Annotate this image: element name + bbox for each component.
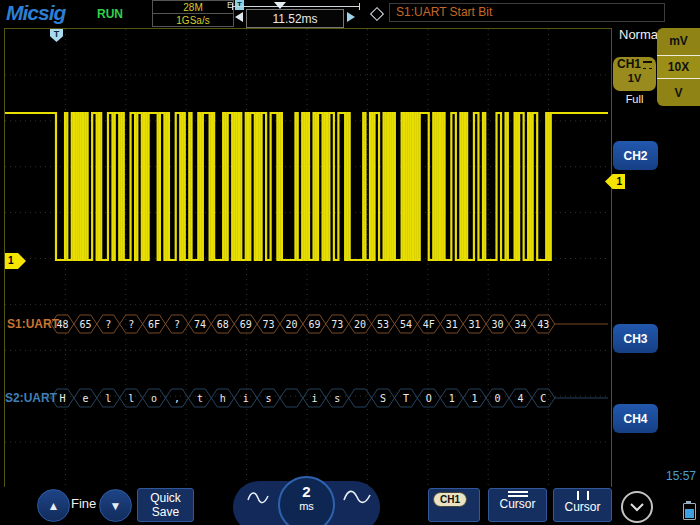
decode-value: l — [128, 393, 134, 404]
decode-value: 65 — [79, 319, 91, 330]
ch3-button[interactable]: CH3 — [613, 324, 658, 353]
decode-value: 69 — [308, 319, 320, 330]
decode-value: , — [174, 393, 180, 404]
decode-value: s — [266, 393, 272, 404]
decode-value: ? — [105, 319, 111, 330]
decode-value: 73 — [263, 319, 275, 330]
oscilloscope-screen: Micsig RUN 28M 1GSa/s E T 11.52ms S1:UAR… — [0, 0, 700, 525]
acquisition-mode-label: Normal — [619, 27, 661, 42]
s1-decode-label[interactable]: S1:UART — [7, 317, 59, 331]
decode-value: ? — [128, 319, 134, 330]
down-triangle-icon: ▼ — [110, 499, 122, 513]
decode-value: 31 — [446, 319, 458, 330]
trigger-diamond-icon — [370, 7, 384, 21]
fine-up-button[interactable]: ▲ — [37, 489, 70, 522]
decode-value: l — [105, 393, 111, 404]
decode-value: 43 — [537, 319, 549, 330]
decode-value: 53 — [377, 319, 389, 330]
decode-value: 34 — [514, 319, 526, 330]
ch1-bandwidth-label: Full — [613, 93, 656, 105]
bottom-toolbar: ▲ Fine ▼ Quick Save CH1 Cursor Cursor — [0, 487, 700, 525]
decode-frame — [280, 389, 303, 407]
channel-select-label: CH1 — [433, 492, 467, 507]
time-offset-left-arrow-icon[interactable] — [235, 12, 243, 22]
scale-unit-v[interactable]: V — [657, 79, 700, 106]
ch2-button[interactable]: CH2 — [613, 141, 658, 170]
run-status[interactable]: RUN — [97, 7, 123, 21]
decode-value: e — [82, 393, 88, 404]
decode-frame — [349, 389, 372, 407]
decode-value: 0 — [494, 393, 500, 404]
timebase-value: 2 — [302, 484, 310, 500]
timebase-knob[interactable]: 2 ms — [278, 476, 335, 525]
micsig-logo: Micsig — [6, 1, 65, 25]
decode-value: s — [334, 393, 340, 404]
decode-value: S — [380, 393, 386, 404]
ch1-label: CH1 — [617, 57, 641, 72]
battery-icon — [683, 503, 696, 520]
decode-value: 1 — [449, 393, 455, 404]
channel-select-button[interactable]: CH1 — [428, 488, 480, 522]
decode-value: T — [403, 393, 409, 404]
timebase-unit: ms — [299, 500, 314, 512]
vertical-scale-panel[interactable]: mV 10X V — [657, 28, 700, 106]
record-bar-left-tick — [232, 3, 233, 10]
cursor-horizontal-button[interactable]: Cursor — [488, 488, 547, 522]
decode-value: 6F — [148, 319, 160, 330]
record-view-position-icon[interactable] — [274, 2, 286, 9]
quick-save-line1: Quick — [150, 491, 181, 505]
decode-value: 68 — [217, 319, 229, 330]
quick-save-line2: Save — [152, 505, 179, 519]
decode-value: 20 — [285, 319, 297, 330]
decode-value: 30 — [491, 319, 503, 330]
ch1-button[interactable]: CH1 1V — [613, 57, 656, 91]
decode-value: 69 — [240, 319, 252, 330]
sample-rate: 1GSa/s — [153, 14, 233, 26]
system-clock: 15:57 — [666, 469, 696, 483]
decode-value: t — [197, 393, 203, 404]
s2-decode-label[interactable]: S2:UART — [5, 391, 57, 405]
decode-value: ? — [174, 319, 180, 330]
decode-value: 1 — [472, 393, 478, 404]
fine-down-button[interactable]: ▼ — [99, 489, 132, 522]
sine-small-icon — [247, 490, 269, 510]
decode-value: C — [540, 393, 546, 404]
time-offset-value: 11.52ms — [272, 12, 317, 26]
vertical-cursor-icon — [577, 491, 589, 500]
quick-save-button[interactable]: Quick Save — [137, 488, 194, 522]
horizontal-cursor-icon — [508, 489, 528, 497]
decode-value: o — [151, 393, 157, 404]
trigger-status-box[interactable]: S1:UART Start Bit — [389, 3, 665, 22]
decode-value: 31 — [469, 319, 481, 330]
waveform-display: 4865??6F?746869732069732053544F313130344… — [5, 29, 609, 488]
memory-depth: 28M — [153, 1, 233, 14]
cursor-vertical-button[interactable]: Cursor — [553, 488, 612, 522]
time-offset-box[interactable]: 11.52ms — [246, 9, 344, 28]
decode-value: 4 — [517, 393, 523, 404]
decode-value: 73 — [331, 319, 343, 330]
decode-value: 4F — [423, 319, 435, 330]
ch4-button[interactable]: CH4 — [613, 404, 658, 433]
ch1-waveform — [5, 113, 608, 260]
decode-value: 20 — [354, 319, 366, 330]
trigger-label: S1:UART Start Bit — [396, 5, 492, 19]
decode-value: i — [311, 393, 317, 404]
decode-value: H — [59, 393, 65, 404]
record-trigger-flag-icon: T — [235, 0, 244, 10]
record-bar-right-tick — [359, 3, 360, 10]
time-offset-right-arrow-icon[interactable] — [347, 12, 355, 22]
decode-value: 74 — [194, 319, 206, 330]
probe-attenuation[interactable]: 10X — [657, 55, 700, 79]
record-position-bar[interactable] — [232, 6, 360, 7]
ch1-scale: 1V — [613, 72, 656, 85]
scale-unit-mv[interactable]: mV — [657, 28, 700, 55]
fine-label: Fine — [71, 496, 96, 511]
acquisition-info-box[interactable]: 28M 1GSa/s — [152, 0, 234, 27]
sine-large-icon — [343, 488, 371, 511]
menu-collapse-button[interactable] — [621, 491, 653, 523]
dc-coupling-icon — [643, 61, 652, 69]
decode-value: O — [426, 393, 432, 404]
graticule-area: 4865??6F?746869732069732053544F313130344… — [4, 28, 612, 491]
up-triangle-icon: ▲ — [48, 499, 60, 513]
decode-value: h — [220, 393, 226, 404]
